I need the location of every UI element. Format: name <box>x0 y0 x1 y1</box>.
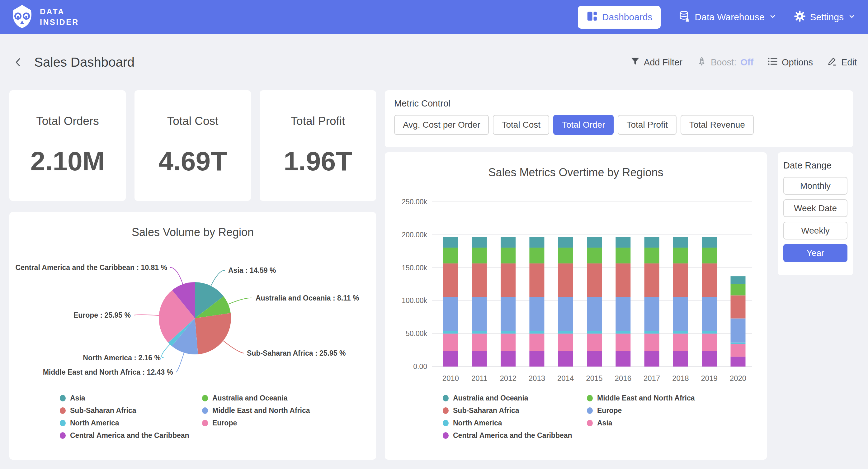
bar-segment-2019-sub-saharan-africa[interactable] <box>702 263 717 297</box>
bar-segment-2015-australia-and-oceania[interactable] <box>587 237 602 247</box>
bar-segment-2013-middle-east-and-north-africa[interactable] <box>529 247 544 263</box>
date-range-button-year[interactable]: Year <box>783 244 847 262</box>
legend-item-europe[interactable]: Europe <box>202 419 310 427</box>
bar-segment-2011-europe[interactable] <box>472 297 487 331</box>
bar-segment-2011-central-america-and-the-caribbean[interactable] <box>472 351 487 367</box>
bar-segment-2017-sub-saharan-africa[interactable] <box>645 263 659 297</box>
bar-segment-2014-asia[interactable] <box>558 333 573 351</box>
bar-segment-2014-north-america[interactable] <box>558 331 573 333</box>
legend-item-middle-east-and-north-africa[interactable]: Middle East and North Africa <box>587 394 695 402</box>
bar-segment-2010-sub-saharan-africa[interactable] <box>443 263 458 297</box>
legend-item-north-america[interactable]: North America <box>443 419 572 427</box>
bar-segment-2017-europe[interactable] <box>645 297 659 331</box>
bar-segment-2017-central-america-and-the-caribbean[interactable] <box>645 351 659 367</box>
nav-data-warehouse[interactable]: Data Warehouse <box>678 10 776 25</box>
bar-segment-2016-central-america-and-the-caribbean[interactable] <box>616 351 630 367</box>
nav-settings[interactable]: /* teeth built in JS below */ Settings <box>794 10 856 24</box>
bar-segment-2016-asia[interactable] <box>616 333 630 351</box>
bar-segment-2018-sub-saharan-africa[interactable] <box>673 263 688 297</box>
legend-item-australia-and-oceania[interactable]: Australia and Oceania <box>202 394 310 402</box>
bar-segment-2012-australia-and-oceania[interactable] <box>501 237 516 247</box>
bar-series[interactable] <box>443 237 746 367</box>
legend-item-central-america-and-the-caribbean[interactable]: Central America and the Caribbean <box>443 432 572 439</box>
bar-segment-2012-north-america[interactable] <box>501 331 516 333</box>
bar-segment-2010-asia[interactable] <box>443 333 458 351</box>
bar-segment-2016-sub-saharan-africa[interactable] <box>616 263 630 297</box>
pie-slices[interactable] <box>159 282 231 354</box>
bar-segment-2016-north-america[interactable] <box>616 331 630 333</box>
metric-button-total-profit[interactable]: Total Profit <box>618 115 676 135</box>
bar-segment-2012-europe[interactable] <box>501 297 516 331</box>
bar-segment-2015-north-america[interactable] <box>587 331 602 333</box>
bar-segment-2019-middle-east-and-north-africa[interactable] <box>702 247 717 263</box>
bar-segment-2012-sub-saharan-africa[interactable] <box>501 263 516 297</box>
metric-button-avg-cost-per-order[interactable]: Avg. Cost per Order <box>394 115 489 135</box>
bar-segment-2014-central-america-and-the-caribbean[interactable] <box>558 351 573 367</box>
metric-button-total-cost[interactable]: Total Cost <box>493 115 549 135</box>
bar-segment-2017-asia[interactable] <box>645 333 659 351</box>
bar-segment-2020-sub-saharan-africa[interactable] <box>731 295 746 318</box>
legend-item-sub-saharan-africa[interactable]: Sub-Saharan Africa <box>443 407 572 414</box>
bar-segment-2019-central-america-and-the-caribbean[interactable] <box>702 351 717 367</box>
boost-toggle[interactable]: Boost: Off <box>697 56 753 68</box>
bar-segment-2013-europe[interactable] <box>529 297 544 331</box>
bar-segment-2013-north-america[interactable] <box>529 331 544 333</box>
bar-segment-2018-asia[interactable] <box>673 333 688 351</box>
bar-segment-2012-asia[interactable] <box>501 333 516 351</box>
legend-item-europe[interactable]: Europe <box>587 407 695 414</box>
add-filter-button[interactable]: Add Filter <box>630 57 682 68</box>
bar-segment-2020-australia-and-oceania[interactable] <box>731 276 746 284</box>
bar-segment-2017-australia-and-oceania[interactable] <box>645 237 659 247</box>
bar-segment-2012-central-america-and-the-caribbean[interactable] <box>501 351 516 367</box>
bar-segment-2011-australia-and-oceania[interactable] <box>472 237 487 247</box>
legend-item-asia[interactable]: Asia <box>587 419 695 427</box>
legend-item-north-america[interactable]: North America <box>60 419 189 427</box>
bar-segment-2020-asia[interactable] <box>731 344 746 357</box>
bar-segment-2014-middle-east-and-north-africa[interactable] <box>558 247 573 263</box>
bar-segment-2019-north-america[interactable] <box>702 331 717 333</box>
date-range-button-week-date[interactable]: Week Date <box>783 199 847 217</box>
legend-item-australia-and-oceania[interactable]: Australia and Oceania <box>443 394 572 402</box>
legend-item-middle-east-and-north-africa[interactable]: Middle East and North Africa <box>202 407 310 414</box>
bar-segment-2013-australia-and-oceania[interactable] <box>529 237 544 247</box>
bar-segment-2019-europe[interactable] <box>702 297 717 331</box>
bar-segment-2016-australia-and-oceania[interactable] <box>616 237 630 247</box>
bar-segment-2017-middle-east-and-north-africa[interactable] <box>645 247 659 263</box>
bar-segment-2018-north-america[interactable] <box>673 331 688 333</box>
bar-segment-2015-sub-saharan-africa[interactable] <box>587 263 602 297</box>
bar-segment-2015-europe[interactable] <box>587 297 602 331</box>
pie-slice-sub-saharan-africa[interactable] <box>195 313 231 354</box>
legend-item-central-america-and-the-caribbean[interactable]: Central America and the Caribbean <box>60 432 189 439</box>
date-range-button-monthly[interactable]: Monthly <box>783 177 847 195</box>
bar-segment-2013-sub-saharan-africa[interactable] <box>529 263 544 297</box>
nav-dashboards[interactable]: Dashboards <box>578 6 661 29</box>
bar-segment-2016-middle-east-and-north-africa[interactable] <box>616 247 630 263</box>
bar-segment-2011-middle-east-and-north-africa[interactable] <box>472 247 487 263</box>
bar-segment-2020-middle-east-and-north-africa[interactable] <box>731 284 746 296</box>
bar-segment-2019-australia-and-oceania[interactable] <box>702 237 717 247</box>
bar-segment-2010-europe[interactable] <box>443 297 458 331</box>
bar-segment-2018-central-america-and-the-caribbean[interactable] <box>673 351 688 367</box>
bar-segment-2011-sub-saharan-africa[interactable] <box>472 263 487 297</box>
bar-segment-2018-europe[interactable] <box>673 297 688 331</box>
bar-segment-2016-europe[interactable] <box>616 297 630 331</box>
bar-segment-2013-asia[interactable] <box>529 333 544 351</box>
bar-segment-2011-north-america[interactable] <box>472 331 487 333</box>
bar-segment-2015-central-america-and-the-caribbean[interactable] <box>587 351 602 367</box>
bar-segment-2015-asia[interactable] <box>587 333 602 351</box>
date-range-button-weekly[interactable]: Weekly <box>783 222 847 239</box>
metric-button-total-order[interactable]: Total Order <box>553 115 614 135</box>
bar-segment-2012-middle-east-and-north-africa[interactable] <box>501 247 516 263</box>
bar-segment-2010-central-america-and-the-caribbean[interactable] <box>443 351 458 367</box>
bar-segment-2011-asia[interactable] <box>472 333 487 351</box>
back-button[interactable] <box>11 55 25 69</box>
bar-segment-2020-europe[interactable] <box>731 319 746 343</box>
bar-segment-2017-north-america[interactable] <box>645 331 659 333</box>
bar-segment-2019-asia[interactable] <box>702 333 717 351</box>
bar-segment-2015-middle-east-and-north-africa[interactable] <box>587 247 602 263</box>
bar-segment-2020-north-america[interactable] <box>731 343 746 344</box>
bar-segment-2020-central-america-and-the-caribbean[interactable] <box>731 357 746 367</box>
options-button[interactable]: Options <box>768 57 813 68</box>
metric-button-total-revenue[interactable]: Total Revenue <box>681 115 754 135</box>
bar-segment-2014-europe[interactable] <box>558 297 573 331</box>
